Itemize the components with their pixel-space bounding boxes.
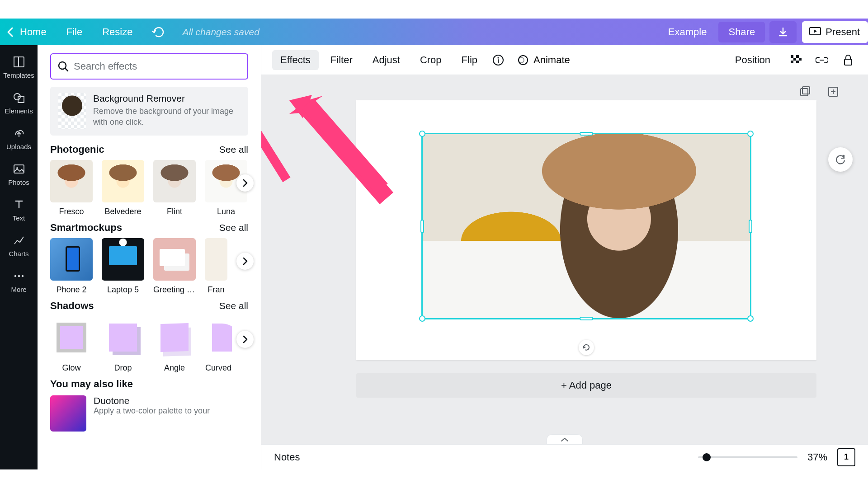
home-button[interactable]: Home (0, 19, 57, 45)
download-button[interactable] (769, 21, 797, 43)
bg-remover-text: Background Remover Remove the background… (93, 93, 240, 129)
thumb-image (102, 238, 144, 281)
design-page[interactable] (356, 100, 816, 360)
resize-handle-top[interactable] (580, 132, 593, 136)
svg-point-14 (519, 57, 524, 63)
smartmockups-next[interactable] (236, 253, 254, 270)
design-title[interactable]: Example (656, 26, 719, 38)
duotone-card[interactable]: Duotone Apply a two-color palette to you… (50, 395, 248, 432)
resize-handle-bl[interactable] (419, 315, 425, 322)
toolbar-crop[interactable]: Crop (412, 50, 450, 70)
add-page-above-button[interactable] (826, 84, 841, 99)
rail-label: Photos (8, 178, 29, 186)
toolbar-link[interactable] (813, 51, 831, 69)
shadow-drop[interactable]: Drop (102, 316, 144, 373)
effects-search-input[interactable] (74, 61, 241, 72)
rail-label: Templates (3, 71, 34, 79)
thumb-image (153, 238, 196, 281)
photogenic-title: Photogenic (50, 144, 104, 155)
left-rail: Templates Elements Uploads Photos Text C… (0, 45, 38, 469)
effects-scroll[interactable]: Background Remover Remove the background… (38, 45, 261, 469)
elements-icon (12, 91, 26, 104)
shadows-next[interactable] (236, 331, 254, 348)
toolbar-animate[interactable]: Animate (511, 50, 576, 70)
resize-handle-left[interactable] (420, 220, 424, 233)
toolbar-effects[interactable]: Effects (272, 50, 319, 70)
duplicate-page-button[interactable] (797, 84, 813, 99)
thumb-label: Fran (208, 285, 224, 295)
notes-button[interactable]: Notes (274, 451, 300, 463)
toolbar-info[interactable] (489, 51, 507, 69)
thumb-label: Angle (164, 363, 185, 373)
templates-icon (12, 55, 26, 69)
share-button[interactable]: Share (718, 22, 765, 42)
shadow-glow[interactable]: Glow (50, 316, 93, 373)
thumb-label: Luna (217, 207, 235, 216)
floating-regenerate[interactable] (828, 147, 853, 172)
shadow-angle[interactable]: Angle (153, 316, 196, 373)
mockup-greeting-card[interactable]: Greeting car… (153, 238, 196, 295)
resize-handle-tr[interactable] (747, 131, 754, 137)
chevron-left-icon (6, 27, 14, 38)
photogenic-see-all[interactable]: See all (219, 144, 248, 155)
resize-handle-br[interactable] (747, 315, 754, 322)
photogenic-flint[interactable]: Flint (153, 160, 196, 216)
mockup-frame[interactable]: Fran (205, 238, 227, 295)
rail-text[interactable]: Text (0, 192, 38, 228)
toolbar-position[interactable]: Position (727, 50, 778, 70)
photogenic-next[interactable] (236, 174, 254, 192)
rail-uploads[interactable]: Uploads (0, 121, 38, 157)
charts-icon (12, 234, 26, 247)
resize-handle-tl[interactable] (419, 131, 425, 137)
resize-handle-right[interactable] (749, 220, 752, 233)
shadows-see-all[interactable]: See all (219, 300, 248, 311)
page-grid-button[interactable]: 1 (837, 448, 855, 466)
toolbar-adjust[interactable]: Adjust (364, 50, 408, 70)
undo-button[interactable] (142, 27, 174, 38)
smartmockups-see-all[interactable]: See all (219, 222, 248, 233)
rail-more[interactable]: More (0, 264, 38, 300)
svg-rect-18 (799, 58, 802, 61)
background-remover-card[interactable]: Background Remover Remove the background… (50, 87, 248, 136)
rotate-handle[interactable] (579, 340, 594, 355)
rail-charts[interactable]: Charts (0, 228, 38, 264)
you-may-section: You may also like Duotone Apply a two-co… (50, 378, 248, 432)
mockup-phone2[interactable]: Phone 2 (50, 238, 93, 295)
workspace: Effects Filter Adjust Crop Flip Animate … (261, 45, 868, 469)
duotone-thumb (50, 395, 86, 432)
zoom-slider[interactable] (698, 456, 797, 458)
rail-photos[interactable]: Photos (0, 157, 38, 192)
photogenic-row: Fresco Belvedere Flint Luna (50, 160, 248, 216)
resize-menu[interactable]: Resize (92, 26, 142, 38)
app-menu-bar: Home File Resize All changes saved Examp… (0, 19, 868, 45)
svg-rect-15 (791, 55, 793, 58)
toolbar-filter[interactable]: Filter (322, 50, 361, 70)
file-menu[interactable]: File (57, 26, 92, 38)
rail-elements[interactable]: Elements (0, 85, 38, 121)
selected-image[interactable] (421, 133, 751, 319)
thumb-label: Curved (205, 363, 231, 373)
rail-templates[interactable]: Templates (0, 50, 38, 85)
expand-notes-tab[interactable] (547, 434, 583, 444)
add-page-button[interactable]: + Add page (356, 373, 816, 398)
toolbar-flip[interactable]: Flip (453, 50, 486, 70)
svg-point-7 (14, 275, 16, 277)
svg-rect-20 (796, 61, 799, 63)
effects-search[interactable] (50, 53, 248, 80)
add-page-icon (827, 86, 839, 98)
mockup-laptop5[interactable]: Laptop 5 (102, 238, 144, 295)
photogenic-fresco[interactable]: Fresco (50, 160, 93, 216)
toolbar-transparency[interactable] (787, 51, 805, 69)
menu-right-group: Example Share Present (656, 19, 868, 45)
svg-rect-2 (14, 57, 19, 67)
canvas-zone[interactable]: + Add page Notes 37% 1 (261, 75, 868, 469)
shadow-curved[interactable]: Curved (205, 316, 232, 373)
toolbar-lock[interactable] (839, 51, 857, 69)
zoom-value[interactable]: 37% (807, 451, 827, 463)
resize-handle-bottom[interactable] (580, 317, 593, 320)
bg-remover-title: Background Remover (93, 93, 240, 104)
thumb-label: Fresco (59, 207, 84, 216)
zoom-slider-thumb[interactable] (703, 453, 711, 461)
photogenic-belvedere[interactable]: Belvedere (102, 160, 144, 216)
present-button[interactable]: Present (802, 21, 868, 43)
